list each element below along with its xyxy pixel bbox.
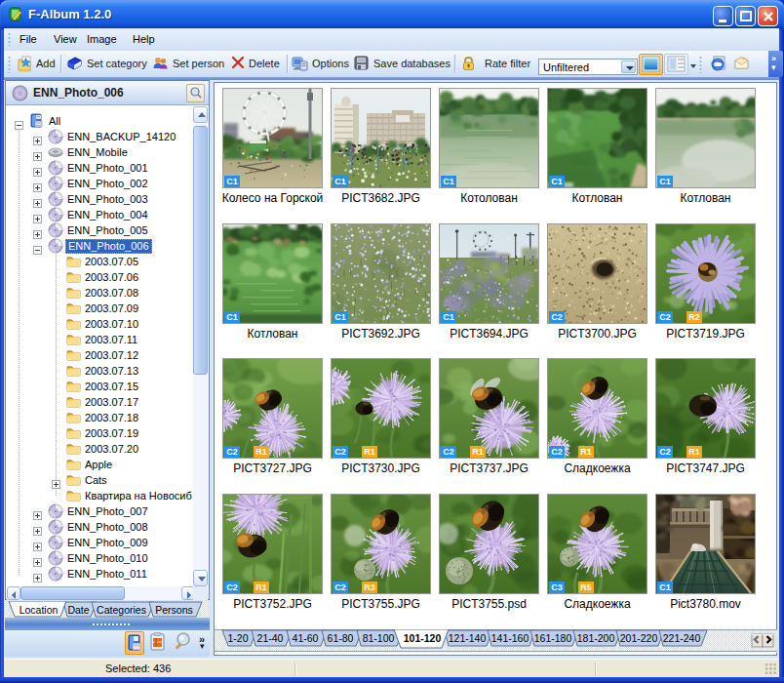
svg-text:Categories: Categories xyxy=(97,604,146,616)
svg-text:Persons: Persons xyxy=(155,604,193,616)
svg-text:Location: Location xyxy=(20,604,59,616)
svg-text:201-220: 201-220 xyxy=(620,632,658,644)
svg-text:61-80: 61-80 xyxy=(328,632,354,644)
svg-text:121-140: 121-140 xyxy=(449,632,487,644)
svg-text:221-240: 221-240 xyxy=(663,632,701,644)
svg-text:101-120: 101-120 xyxy=(404,632,442,644)
svg-text:81-100: 81-100 xyxy=(363,632,395,644)
svg-text:41-60: 41-60 xyxy=(293,632,319,644)
svg-text:181-200: 181-200 xyxy=(577,632,615,644)
svg-text:Date: Date xyxy=(67,604,89,616)
svg-text:1-20: 1-20 xyxy=(227,632,248,644)
svg-text:161-180: 161-180 xyxy=(534,632,572,644)
svg-text:141-160: 141-160 xyxy=(491,632,529,644)
svg-text:21-40: 21-40 xyxy=(257,632,284,644)
